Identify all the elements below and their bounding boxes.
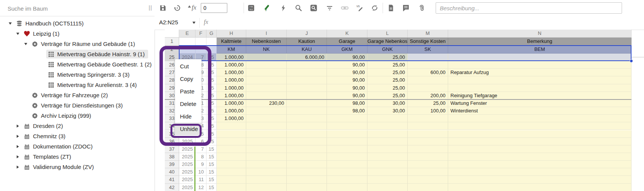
cell-N29[interactable]	[448, 84, 631, 92]
cell-F37[interactable]: 7	[195, 145, 206, 153]
cell-N1-header[interactable]: Bemerkung	[448, 38, 631, 46]
tree-item-6[interactable]: Mietvertrag für Aurelienstr. 3 (4)	[0, 80, 155, 90]
cell-M1-header[interactable]: Sonstige Kosten	[408, 38, 448, 46]
cell-F40[interactable]: 10	[195, 168, 206, 176]
tree-item-10[interactable]: Dresden (2)	[0, 121, 155, 131]
formula-up-icon[interactable]: fx	[188, 4, 196, 11]
cell-G29[interactable]: 15	[206, 84, 217, 92]
cell-I32[interactable]	[246, 107, 287, 115]
cell-J2-tech[interactable]: KAU	[287, 46, 327, 54]
cell-G2[interactable]	[206, 46, 217, 54]
cell-H40[interactable]	[217, 168, 246, 176]
cell-L38[interactable]	[367, 153, 408, 161]
cell-M34[interactable]	[408, 122, 448, 130]
cell-I33[interactable]	[246, 115, 287, 122]
cell-J35[interactable]	[287, 130, 327, 138]
cell-J32[interactable]	[287, 107, 327, 115]
cell-E37[interactable]: 2025	[179, 145, 195, 153]
cell-J42[interactable]	[287, 184, 327, 191]
cell-H29[interactable]: 1.000,00	[217, 84, 246, 92]
cell-M28[interactable]	[408, 76, 448, 84]
cell-J31[interactable]	[287, 99, 327, 107]
cell-K36[interactable]	[327, 138, 367, 145]
context-menu-item-cut[interactable]: Cut	[175, 60, 202, 73]
cell-E36[interactable]: 2025	[179, 138, 195, 145]
tree-item-body[interactable]: Handbuch (OCT51115)	[14, 19, 87, 28]
cell-F36[interactable]: 6	[195, 138, 206, 145]
cell-K29[interactable]: 90,00	[327, 84, 367, 92]
calculator-icon[interactable]: −× +=	[247, 4, 255, 12]
cell-L1-header[interactable]: Garage Nebenkosten	[367, 38, 408, 46]
cell-L34[interactable]	[367, 122, 408, 130]
cell-H28[interactable]: 1.000,00	[217, 76, 246, 84]
row-header-2[interactable]: 2	[165, 46, 179, 54]
tree-item-4[interactable]: Mietvertrag Gebäude Goethestr. 1 (2)	[0, 59, 155, 69]
cell-L37[interactable]	[367, 145, 408, 153]
cell-L29[interactable]: 25,00	[367, 84, 408, 92]
cell-K38[interactable]	[327, 153, 367, 161]
cell-H1-header[interactable]: Kaltmiete	[217, 38, 246, 46]
name-box-dropdown-icon[interactable]	[192, 22, 195, 24]
cell-L32[interactable]: 30,00	[367, 107, 408, 115]
chevron-down-icon[interactable]	[14, 33, 22, 35]
cell-K32[interactable]: 98,00	[327, 107, 367, 115]
cell-L33[interactable]	[367, 115, 408, 122]
cell-L39[interactable]	[367, 161, 408, 168]
column-header-E[interactable]: E	[179, 30, 195, 38]
tree-item-12[interactable]: Dokumentation (ZDOC)	[0, 141, 155, 152]
cell-G41[interactable]: 15	[206, 176, 217, 183]
cell-N40[interactable]	[448, 168, 631, 176]
cell-I41[interactable]	[246, 176, 287, 183]
cell-J38[interactable]	[287, 153, 327, 161]
cell-J36[interactable]	[287, 138, 327, 145]
cell-L30[interactable]: 25,00	[367, 92, 408, 99]
cell-E40[interactable]: 2025	[179, 168, 195, 176]
cell-N28[interactable]	[448, 76, 631, 84]
attachment-icon[interactable]	[417, 4, 425, 12]
cell-M41[interactable]	[408, 176, 448, 183]
tree-item-11[interactable]: Chemnitz (3)	[0, 131, 155, 141]
cell-G32[interactable]: 15	[206, 107, 217, 115]
cell-J26[interactable]	[287, 61, 327, 69]
cell-L41[interactable]	[367, 176, 408, 183]
cell-N42[interactable]	[448, 184, 631, 191]
cell-K35[interactable]	[327, 130, 367, 138]
cell-K28[interactable]: 90,00	[327, 76, 367, 84]
cell-H42[interactable]	[217, 184, 246, 191]
cell-H33[interactable]: 1.000,00	[217, 115, 246, 122]
cell-N38[interactable]	[448, 153, 631, 161]
cell-L2-tech[interactable]: GNK	[367, 46, 408, 54]
column-header-H[interactable]: H	[217, 30, 246, 38]
grid-corner-cell[interactable]	[165, 30, 179, 38]
name-box[interactable]: A2:N25	[159, 19, 178, 25]
tree-item-7[interactable]: Verträge für Fahrzeuge (2)	[0, 90, 155, 100]
cell-I42[interactable]	[246, 184, 287, 191]
cell-G36[interactable]: 15	[206, 138, 217, 145]
tree-item-body[interactable]: Leipzig (1)	[22, 29, 63, 38]
refresh-icon[interactable]	[371, 4, 378, 12]
document-icon[interactable]	[387, 4, 395, 12]
tree-item-body[interactable]: Archiv Leipzig (999)	[30, 111, 95, 120]
cell-M29[interactable]	[408, 84, 448, 92]
cell-K39[interactable]	[327, 161, 367, 168]
cell-J28[interactable]	[287, 76, 327, 84]
cell-J41[interactable]	[287, 176, 327, 183]
cell-L42[interactable]	[367, 184, 408, 191]
tree-item-2[interactable]: Verträge für Räume und Gebäude (1)	[0, 39, 155, 49]
cell-K34[interactable]	[327, 122, 367, 130]
cell-G37[interactable]: 15	[206, 145, 217, 153]
row-header-40[interactable]: 40	[165, 168, 179, 176]
cell-L28[interactable]: 25,00	[367, 76, 408, 84]
tree-item-1[interactable]: Leipzig (1)	[0, 28, 155, 39]
tree-search-input[interactable]	[7, 3, 137, 14]
tree-item-body[interactable]: Mietvertrag für Aurelienstr. 3 (4)	[46, 81, 140, 89]
row-header-36[interactable]: 36	[165, 138, 179, 145]
column-header-F[interactable]: F	[195, 30, 206, 38]
chevron-down-icon[interactable]	[22, 43, 30, 45]
cell-H32[interactable]: 1.000,00	[217, 107, 246, 115]
cell-K27[interactable]: 90,00	[327, 69, 367, 76]
tree-item-body[interactable]: Mietvertrag Springerstr. 3 (3)	[46, 70, 133, 79]
cell-N30[interactable]: Reinigung Tiefgarage	[448, 92, 631, 99]
cell-M27[interactable]: 600,00	[408, 69, 448, 76]
tree-item-body[interactable]: Verträge für Fahrzeuge (2)	[30, 91, 111, 99]
